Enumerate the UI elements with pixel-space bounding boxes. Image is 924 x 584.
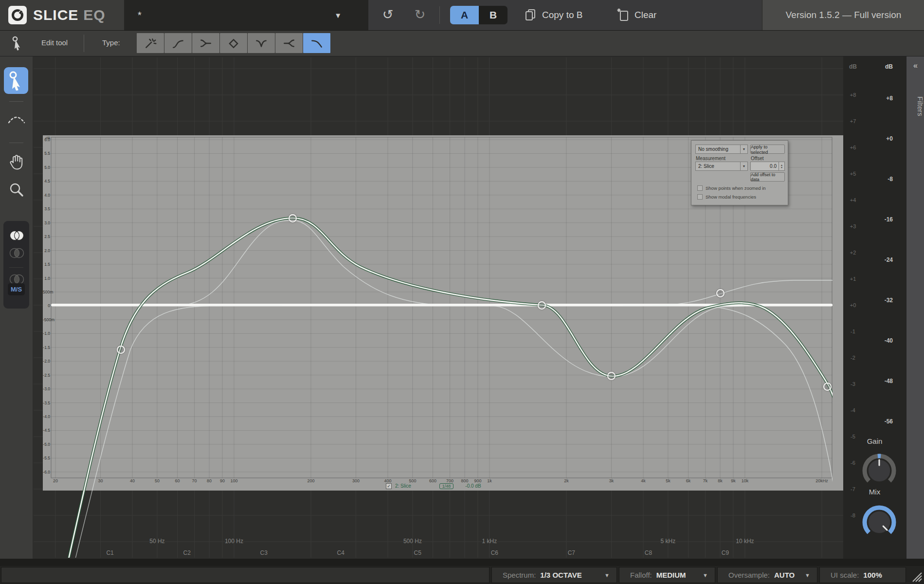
ms-mode-button[interactable]: M/S xyxy=(8,283,25,295)
logo-block: SLICE EQ xyxy=(0,0,124,30)
mix-knob[interactable] xyxy=(857,500,901,544)
type-notch-button[interactable] xyxy=(248,33,275,53)
checkbox-icon[interactable] xyxy=(697,194,703,200)
filter-point-6[interactable] xyxy=(823,383,832,391)
edit-toolbar: Edit tool Type: xyxy=(0,31,924,56)
preset-dropdown-icon[interactable]: ▼ xyxy=(334,11,342,19)
measurement-dropdown[interactable]: 2: Slice ▼ xyxy=(695,162,748,171)
spectrum-scale-label: +8 xyxy=(865,95,893,102)
type-low-cut-icon xyxy=(172,37,184,49)
dropdown-arrow-icon: ▼ xyxy=(604,572,610,578)
app-title-slice: SLICE xyxy=(33,7,78,23)
undo-button[interactable]: ↺ xyxy=(379,7,397,23)
type-high-shelf-button[interactable] xyxy=(275,33,303,53)
eq-scale-label: +4 xyxy=(843,197,863,203)
spectrum-value: 1/3 OCTAVE xyxy=(540,571,581,579)
measurement-value: 2: Slice xyxy=(696,164,740,169)
stereo-both-button[interactable] xyxy=(3,229,29,242)
resize-grip[interactable] xyxy=(907,568,923,583)
preset-name: * xyxy=(138,10,334,21)
axis-hz-label: 10 kHz xyxy=(736,538,754,545)
eq-scale-label: +7 xyxy=(843,118,863,124)
clear-button[interactable]: Clear xyxy=(617,6,656,24)
show-points-label: Show points when zoomed in xyxy=(706,185,766,191)
gain-label: Gain xyxy=(843,437,906,445)
offset-field[interactable]: 0.0 ▲ ▼ xyxy=(750,162,785,171)
ab-b-button[interactable]: B xyxy=(479,6,507,24)
spin-down-icon[interactable]: ▼ xyxy=(780,166,783,169)
filter-point-1[interactable] xyxy=(117,346,125,354)
oversample-dropdown[interactable]: Oversample: AUTO ▼ xyxy=(717,567,817,583)
copy-icon xyxy=(525,8,537,22)
spectrum-scale-label: -32 xyxy=(865,297,893,304)
filter-point-5[interactable] xyxy=(716,289,725,297)
filter-point-3[interactable] xyxy=(538,301,546,310)
high-cut-filter-curve xyxy=(623,306,835,494)
eq-scale-label: +3 xyxy=(843,223,863,229)
spectrum-scale-label: -56 xyxy=(865,418,893,425)
edit-tool-button[interactable] xyxy=(4,67,28,94)
eq-graph[interactable]: dB 6.05.55.04.54.03.53.02.52.01.51.0500m… xyxy=(33,56,843,559)
checkbox-icon[interactable] xyxy=(697,185,703,191)
ui-scale-control[interactable]: UI scale: 100% xyxy=(819,567,906,583)
offset-spinner[interactable]: ▲ ▼ xyxy=(779,162,784,170)
eq-scale-label: -2 xyxy=(843,355,863,361)
clear-page-icon xyxy=(617,8,630,22)
type-auto-icon xyxy=(144,37,157,49)
copy-to-b-button[interactable]: Copy to B xyxy=(525,6,582,24)
filters-panel-tab[interactable]: « Filters xyxy=(906,56,924,559)
apply-to-selected-button[interactable]: Apply to selected xyxy=(750,145,785,154)
magnifier-icon xyxy=(8,182,25,199)
show-modal-checkbox[interactable]: Show modal frequencies xyxy=(697,194,756,200)
spectrum-resolution-dropdown[interactable]: Spectrum: 1/3 OCTAVE ▼ xyxy=(491,567,617,583)
dropdown-arrow-icon: ▼ xyxy=(703,572,708,578)
stereo-left-button[interactable] xyxy=(3,246,29,260)
preset-selector[interactable]: * ▼ xyxy=(124,0,368,30)
measurement-label: Measurement xyxy=(696,156,725,161)
type-auto-button[interactable] xyxy=(137,33,164,53)
hand-icon xyxy=(8,153,25,171)
add-offset-button[interactable]: Add offset to data xyxy=(750,172,785,182)
eq-scale-label: -4 xyxy=(843,407,863,413)
copy-to-b-label: Copy to B xyxy=(542,10,582,20)
spectrum-scale-unit: dB xyxy=(865,63,893,70)
pan-tool-button[interactable] xyxy=(0,153,33,171)
sidebar-divider xyxy=(9,101,23,102)
measurement-panel: No smoothing ▼ Apply to selected Measure… xyxy=(691,140,788,205)
ab-a-button[interactable]: A xyxy=(450,6,479,24)
type-low-shelf-button[interactable] xyxy=(192,33,219,53)
spectrum-scale-label: -24 xyxy=(865,256,893,263)
eq-scale-unit: dB xyxy=(843,63,863,70)
show-points-checkbox[interactable]: Show points when zoomed in xyxy=(697,185,766,191)
type-low-cut-button[interactable] xyxy=(164,33,192,53)
axis-hz-label: 500 Hz xyxy=(403,538,422,545)
zoom-tool-button[interactable] xyxy=(0,182,33,199)
stereo-mode-group: M/S xyxy=(3,221,29,309)
sketch-tool-button[interactable] xyxy=(0,111,33,125)
eq-scale-label: +6 xyxy=(843,145,863,150)
axis-note-label: C2 xyxy=(183,549,191,556)
filters-panel-title: Filters xyxy=(906,77,924,135)
tool-sidebar: M/S xyxy=(0,56,33,559)
spectrum-scale-label: +0 xyxy=(865,135,893,142)
axis-note-label: C4 xyxy=(337,549,344,556)
axis-hz-label: 100 Hz xyxy=(225,538,243,545)
type-high-cut-button[interactable] xyxy=(303,33,330,53)
offset-value: 0.0 xyxy=(751,164,779,169)
eq-scale-label: +0 xyxy=(843,302,863,308)
peak-filter-curve xyxy=(175,220,482,306)
type-peak-icon xyxy=(227,37,240,49)
expand-panel-icon[interactable]: « xyxy=(906,61,924,70)
sidebar-divider xyxy=(9,143,23,143)
type-peak-button[interactable] xyxy=(220,33,247,53)
app-title-eq: EQ xyxy=(83,7,105,23)
falloff-value: MEDIUM xyxy=(656,571,686,579)
stereo-both-icon xyxy=(7,229,26,242)
spectrum-scale-label: -40 xyxy=(865,337,893,344)
gain-knob[interactable] xyxy=(857,449,901,493)
falloff-dropdown[interactable]: Falloff: MEDIUM ▼ xyxy=(619,567,715,583)
smoothing-dropdown[interactable]: No smoothing ▼ xyxy=(695,145,748,154)
version-info: Version 1.5.2 — Full version xyxy=(762,0,924,30)
redo-button[interactable]: ↻ xyxy=(411,7,429,23)
ui-scale-value: 100% xyxy=(863,571,882,579)
